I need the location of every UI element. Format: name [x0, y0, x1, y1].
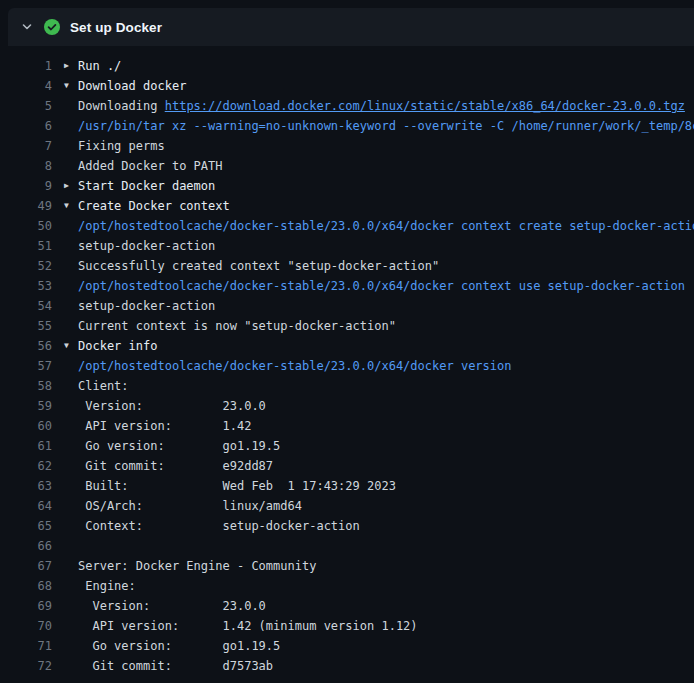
line-number[interactable]: 5 — [8, 96, 64, 116]
log-text: Fixing perms — [78, 136, 165, 156]
log-text: Go version: go1.19.5 — [78, 436, 280, 456]
triangle-right-icon[interactable]: ▶ — [64, 176, 78, 196]
log-line: 58Client: — [8, 376, 694, 396]
line-number[interactable]: 4 — [8, 76, 64, 96]
line-number[interactable]: 54 — [8, 296, 64, 316]
log-text: Server: Docker Engine - Community — [78, 556, 316, 576]
log-text: Context: setup-docker-action — [78, 516, 360, 536]
log-text: Current context is now "setup-docker-act… — [78, 316, 396, 336]
download-url-link[interactable]: https://download.docker.com/linux/static… — [165, 96, 685, 116]
log-line: 70 API version: 1.42 (minimum version 1.… — [8, 616, 694, 636]
log-line: 68 Engine: — [8, 576, 694, 596]
step-title: Set up Docker — [70, 20, 162, 35]
line-number[interactable]: 9 — [8, 176, 64, 196]
log-text: API version: 1.42 — [78, 416, 251, 436]
line-number[interactable]: 64 — [8, 496, 64, 516]
step-header[interactable]: Set up Docker — [8, 8, 694, 46]
command-text: /opt/hostedtoolcache/docker-stable/23.0.… — [78, 276, 685, 296]
log-line: 59 Version: 23.0.0 — [8, 396, 694, 416]
line-number[interactable]: 68 — [8, 576, 64, 596]
line-number[interactable]: 60 — [8, 416, 64, 436]
line-number[interactable]: 1 — [8, 56, 64, 76]
line-number[interactable]: 70 — [8, 616, 64, 636]
line-number[interactable]: 63 — [8, 476, 64, 496]
log-text: OS/Arch: linux/amd64 — [78, 496, 302, 516]
log-line: 54setup-docker-action — [8, 296, 694, 316]
line-number[interactable]: 56 — [8, 336, 64, 356]
line-number[interactable]: 55 — [8, 316, 64, 336]
log-line: 63 Built: Wed Feb 1 17:43:29 2023 — [8, 476, 694, 496]
line-number[interactable]: 58 — [8, 376, 64, 396]
log-text: Successfully created context "setup-dock… — [78, 256, 439, 276]
log-line: 53/opt/hostedtoolcache/docker-stable/23.… — [8, 276, 694, 296]
log-text: setup-docker-action — [78, 236, 215, 256]
log-line: 51setup-docker-action — [8, 236, 694, 256]
log-line[interactable]: 9▶Start Docker daemon — [8, 176, 694, 196]
log-text: Version: 23.0.0 — [78, 396, 266, 416]
line-number[interactable]: 72 — [8, 656, 64, 676]
line-number[interactable]: 53 — [8, 276, 64, 296]
log-line: 7Fixing perms — [8, 136, 694, 156]
line-number[interactable]: 49 — [8, 196, 64, 216]
triangle-down-icon[interactable]: ▼ — [64, 336, 78, 356]
log-line: 65 Context: setup-docker-action — [8, 516, 694, 536]
group-title[interactable]: Start Docker daemon — [78, 176, 215, 196]
log-line: 52Successfully created context "setup-do… — [8, 256, 694, 276]
log-line[interactable]: 1▶Run ./ — [8, 56, 694, 76]
log-line: 62 Git commit: e92dd87 — [8, 456, 694, 476]
line-number[interactable]: 52 — [8, 256, 64, 276]
line-number[interactable]: 8 — [8, 156, 64, 176]
line-number[interactable]: 50 — [8, 216, 64, 236]
triangle-down-icon[interactable]: ▼ — [64, 196, 78, 216]
command-text: /opt/hostedtoolcache/docker-stable/23.0.… — [78, 216, 694, 236]
group-title[interactable]: Docker info — [78, 336, 157, 356]
log-text: Git commit: d7573ab — [78, 656, 273, 676]
log-line: 69 Version: 23.0.0 — [8, 596, 694, 616]
log-text: Downloading — [78, 96, 165, 116]
line-number[interactable]: 7 — [8, 136, 64, 156]
log-text: Git commit: e92dd87 — [78, 456, 273, 476]
log-line[interactable]: 49▼Create Docker context — [8, 196, 694, 216]
log-line: 61 Go version: go1.19.5 — [8, 436, 694, 456]
line-number[interactable]: 57 — [8, 356, 64, 376]
triangle-right-icon[interactable]: ▶ — [64, 56, 78, 76]
group-title[interactable]: Download docker — [78, 76, 186, 96]
chevron-down-icon[interactable] — [20, 20, 34, 34]
command-text: /usr/bin/tar xz --warning=no-unknown-key… — [78, 116, 694, 136]
log-text: Client: — [78, 376, 129, 396]
log-line: 5Downloading https://download.docker.com… — [8, 96, 694, 116]
log-text: Added Docker to PATH — [78, 156, 223, 176]
line-number[interactable]: 71 — [8, 636, 64, 656]
line-number[interactable]: 69 — [8, 596, 64, 616]
log-line: 50/opt/hostedtoolcache/docker-stable/23.… — [8, 216, 694, 236]
group-title[interactable]: Run ./ — [78, 56, 121, 76]
log-line: 72 Git commit: d7573ab — [8, 656, 694, 676]
log-line: 8Added Docker to PATH — [8, 156, 694, 176]
log-line: 57/opt/hostedtoolcache/docker-stable/23.… — [8, 356, 694, 376]
log-line: 71 Go version: go1.19.5 — [8, 636, 694, 656]
log-text: Version: 23.0.0 — [78, 596, 266, 616]
log-text: API version: 1.42 (minimum version 1.12) — [78, 616, 418, 636]
log-line: 55Current context is now "setup-docker-a… — [8, 316, 694, 336]
triangle-down-icon[interactable]: ▼ — [64, 76, 78, 96]
line-number[interactable]: 61 — [8, 436, 64, 456]
line-number[interactable]: 51 — [8, 236, 64, 256]
log-line[interactable]: 4▼Download docker — [8, 76, 694, 96]
log-text: Go version: go1.19.5 — [78, 636, 280, 656]
line-number[interactable]: 66 — [8, 536, 64, 556]
line-number[interactable]: 67 — [8, 556, 64, 576]
log-container: 1▶Run ./4▼Download docker5Downloading ht… — [8, 46, 694, 676]
line-number[interactable]: 6 — [8, 116, 64, 136]
log-line: 67Server: Docker Engine - Community — [8, 556, 694, 576]
log-text: setup-docker-action — [78, 296, 215, 316]
log-line[interactable]: 56▼Docker info — [8, 336, 694, 356]
log-lines: 1▶Run ./4▼Download docker5Downloading ht… — [8, 56, 694, 676]
log-line: 64 OS/Arch: linux/amd64 — [8, 496, 694, 516]
group-title[interactable]: Create Docker context — [78, 196, 230, 216]
line-number[interactable]: 59 — [8, 396, 64, 416]
log-text: Engine: — [78, 576, 136, 596]
line-number[interactable]: 62 — [8, 456, 64, 476]
line-number[interactable]: 65 — [8, 516, 64, 536]
log-line: 66 — [8, 536, 694, 556]
log-line: 6/usr/bin/tar xz --warning=no-unknown-ke… — [8, 116, 694, 136]
